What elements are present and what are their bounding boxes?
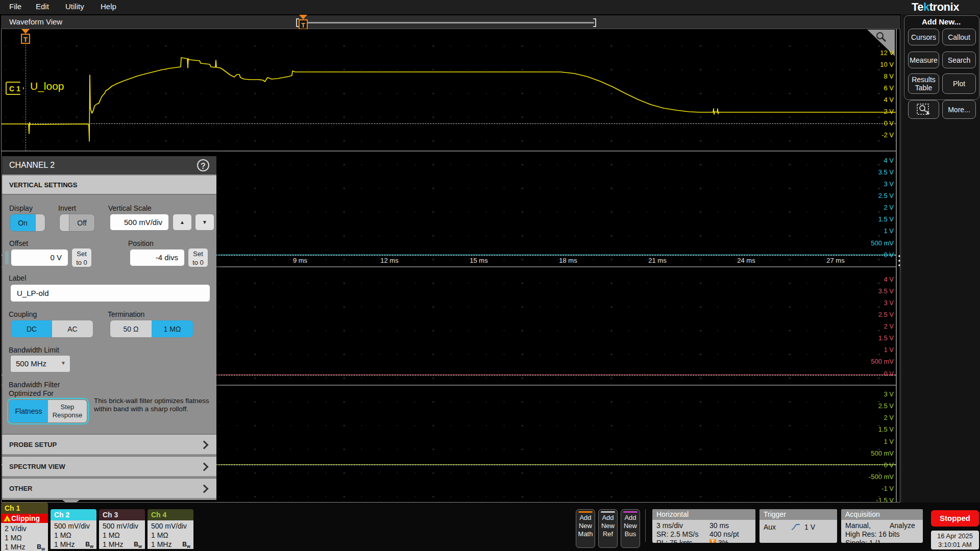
ch4-axis-label: -500 mV	[858, 473, 894, 481]
add-plot-button[interactable]: Plot	[942, 73, 976, 94]
acquisition-overview-bar[interactable]	[299, 22, 594, 23]
termination-1mohm-button[interactable]: 1 MΩ	[152, 320, 193, 337]
chevron-right-icon	[200, 485, 209, 493]
ch2-badge[interactable]: Ch 2 500 mV/div 1 MΩ 1 MHzBw	[51, 509, 96, 549]
acquisition-title: Acquisition	[841, 509, 923, 520]
zoom-select-button[interactable]	[908, 100, 939, 119]
add-new-bus-button[interactable]: Add New Bus	[621, 509, 640, 548]
bandwidth-filter-segment[interactable]: Flatness Step Response	[9, 399, 87, 423]
ch3-axis-label: 0 V	[858, 370, 894, 378]
menu-file[interactable]: File	[9, 2, 21, 11]
position-field[interactable]: -4 divs	[130, 249, 185, 266]
menu-utility[interactable]: Utility	[65, 2, 84, 11]
time-label: 15 ms	[470, 257, 487, 264]
run-state-badge[interactable]: Stopped	[931, 510, 979, 527]
offset-field[interactable]: 0 V	[11, 249, 68, 266]
step-response-button[interactable]: Step Response	[48, 400, 87, 422]
rising-edge-icon	[791, 523, 800, 531]
ch3-axis-label: 1.5 V	[858, 334, 894, 342]
add-new-math-button[interactable]: Add New Math	[576, 509, 595, 548]
math-color-stripe	[578, 511, 593, 513]
time-label: 18 ms	[559, 257, 577, 264]
warning-icon: !	[3, 515, 11, 522]
coupling-dc-button[interactable]: DC	[11, 320, 52, 337]
datetime-badge: 16 Apr 2025 3:10:01 AM	[931, 531, 979, 549]
chevron-right-icon	[200, 463, 209, 471]
add-results-table-button[interactable]: Results Table	[908, 73, 939, 94]
ch1-badge[interactable]: Ch 1 ! Clipping 2 V/div 1 MΩ 1 MHzBw	[1, 503, 48, 551]
ch3-axis-label: 2.5 V	[858, 311, 894, 319]
help-icon[interactable]: ?	[197, 159, 209, 171]
trigger-title: Trigger	[760, 509, 837, 520]
ch3-axis-label: 500 mV	[858, 358, 894, 366]
ch1-axis-label: 0 V	[858, 119, 894, 128]
trigger-panel[interactable]: Trigger Aux 1 V	[760, 509, 837, 543]
overview-trigger-marker[interactable]: T	[299, 15, 308, 30]
add-new-ref-button[interactable]: Add New Ref	[598, 509, 618, 548]
ch4-axis-label: -1.5 V	[858, 496, 894, 502]
ch2-badge-title[interactable]: Ch 2	[51, 509, 96, 520]
flatness-button[interactable]: Flatness	[9, 400, 48, 422]
display-toggle[interactable]: On	[10, 214, 45, 232]
coupling-segment[interactable]: DC AC	[11, 320, 93, 338]
acquisition-panel[interactable]: Acquisition Manual, Analyze High Res: 16…	[841, 509, 923, 543]
ch3-axis-label: 4 V	[858, 276, 894, 284]
ch1-axis-label: 8 V	[858, 72, 894, 81]
bandwidth-limit-icon: Bw	[182, 540, 190, 549]
more-button[interactable]: More...	[942, 100, 976, 119]
position-set-to-zero-button[interactable]: Set to 0	[188, 248, 208, 267]
ref-color-stripe	[601, 511, 615, 513]
ch4-badge-title[interactable]: Ch 4	[148, 509, 193, 520]
horizontal-title: Horizontal	[652, 509, 755, 520]
right-sidebar: Add New... Cursors Callout Measure Searc…	[901, 14, 980, 503]
add-cursors-button[interactable]: Cursors	[908, 29, 939, 45]
magnifier-icon	[875, 31, 887, 42]
bandwidth-limit-icon: Bw	[134, 540, 142, 549]
add-measure-button[interactable]: Measure	[908, 52, 939, 68]
vertical-scale-field[interactable]: 500 mV/div	[110, 214, 169, 231]
offset-set-to-zero-button[interactable]: Set to 0	[71, 248, 92, 267]
ch3-badge[interactable]: Ch 3 500 mV/div 1 MΩ 1 MHzBw	[99, 509, 145, 549]
add-callout-button[interactable]: Callout	[942, 29, 976, 45]
tektronix-logo: Tektronix	[912, 1, 959, 14]
menu-edit[interactable]: Edit	[36, 2, 49, 11]
trigger-level: 1 V	[804, 523, 815, 532]
ch2-axis-label: 0 V	[858, 251, 894, 259]
ch4-badge[interactable]: Ch 4 500 mV/div 1 MΩ 1 MHzBw	[148, 509, 193, 549]
other-row[interactable]: OTHER	[2, 478, 216, 498]
position-label: Position	[128, 239, 154, 247]
dialog-title[interactable]: CHANNEL 2	[2, 156, 216, 174]
bandwidth-limit-dropdown[interactable]: 500 MHz ▼	[10, 355, 70, 372]
offset-label: Offset	[9, 239, 28, 247]
trigger-position-icon: T	[709, 539, 716, 543]
chevron-right-icon	[200, 441, 209, 449]
overview-right-bracket[interactable]	[593, 18, 596, 27]
ch1-axis-label: 10 V	[858, 61, 894, 69]
ch1-axis-label: 12 V	[858, 49, 894, 57]
menu-bar: File Edit Utility Help Tektronix	[0, 0, 980, 14]
time-label: 9 ms	[293, 257, 307, 264]
termination-label: Termination	[108, 310, 144, 318]
termination-50ohm-button[interactable]: 50 Ω	[110, 320, 152, 337]
ch2-axis-label: 1.5 V	[858, 215, 894, 223]
menu-help[interactable]: Help	[101, 2, 116, 11]
ch1-axis-label: -2 V	[858, 131, 894, 139]
scale-up-button[interactable]: ▲	[173, 214, 192, 231]
ch1-badge-title[interactable]: Ch 1	[1, 503, 48, 514]
ch4-axis-label: 0 V	[858, 461, 894, 469]
vertical-settings-header[interactable]: VERTICAL SETTINGS	[2, 176, 216, 195]
termination-segment[interactable]: 50 Ω 1 MΩ	[110, 320, 193, 338]
ch3-badge-title[interactable]: Ch 3	[99, 509, 145, 520]
spectrum-view-row[interactable]: SPECTRUM VIEW	[2, 456, 216, 476]
offset-drag-tab[interactable]	[5, 251, 9, 264]
probe-setup-row[interactable]: PROBE SETUP	[2, 434, 216, 454]
channel-label-input[interactable]: U_LP-old	[10, 284, 210, 302]
splitter-handle[interactable]	[898, 255, 900, 266]
channel2-dialog: CHANNEL 2 ? VERTICAL SETTINGS Display In…	[2, 156, 216, 500]
add-search-button[interactable]: Search	[942, 52, 976, 68]
invert-toggle[interactable]: Off	[59, 214, 95, 232]
horizontal-panel[interactable]: Horizontal 3 ms/div 30 ms SR: 2.5 MS/s 4…	[652, 509, 755, 543]
ch4-axis-label: 1 V	[858, 438, 894, 446]
scale-down-button[interactable]: ▼	[195, 214, 214, 231]
coupling-ac-button[interactable]: AC	[52, 320, 93, 337]
